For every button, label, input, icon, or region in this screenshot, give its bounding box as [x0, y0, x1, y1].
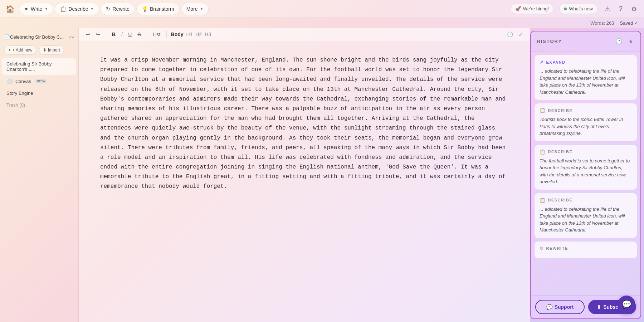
sidebar-doc-title: Celebrating Sir Bobby C... [10, 34, 69, 40]
describe-2-type-label: 📋 DESCRIBE [540, 149, 632, 155]
home-icon[interactable]: 🏠 [6, 5, 15, 13]
fullscreen-icon[interactable]: ⤢ [517, 31, 525, 38]
whats-new-button[interactable]: What's new [559, 4, 597, 14]
editor-tools-right: 🕐 ⤢ [506, 31, 525, 38]
write-button[interactable]: ✒ Write ▼ [19, 3, 53, 15]
toolbar-separator-3 [166, 31, 167, 38]
import-button[interactable]: ⬇ Import [39, 45, 64, 55]
folder-icon: 📄 [4, 34, 10, 40]
rewrite-icon: ↻ [106, 6, 110, 12]
sidebar-item-trash[interactable]: Trash (0) [2, 99, 76, 111]
sidebar-trash-label: Trash (0) [6, 102, 25, 108]
expand-type-label: ↗ EXPAND [540, 59, 632, 65]
chat-fab-button[interactable]: 💬 [618, 296, 635, 313]
word-count: Words: 263 [590, 20, 614, 26]
more-label: More [186, 6, 198, 12]
hiring-label: We're hiring! [523, 6, 549, 11]
help-icon[interactable]: ? [618, 4, 624, 14]
write-icon: ✒ [24, 6, 29, 12]
add-new-label: + Add new [12, 48, 32, 53]
body-label[interactable]: Body [171, 31, 184, 37]
toolbar-separator-2 [147, 31, 147, 38]
write-caret-icon: ▼ [44, 7, 48, 11]
sidebar-item-canvas[interactable]: ⬜ Canvas BETA [2, 75, 76, 87]
rewrite-type-label: ↻ REWRITE [540, 246, 632, 251]
green-dot-icon [564, 8, 567, 10]
sidebar-item-celebrating[interactable]: Celebrating Sir Bobby Charlton's L... [2, 58, 76, 75]
history-header-icons: 🕐 ★ [614, 36, 635, 46]
describe-label: Describe [68, 6, 88, 12]
sidebar-header: 📄 Celebrating Sir Bobby C... «» [0, 32, 78, 42]
whats-new-label: What's new [569, 6, 593, 11]
rewrite-button[interactable]: ↻ Rewrite [101, 3, 135, 15]
rewrite-label: Rewrite [112, 6, 129, 12]
hiring-button[interactable]: 🚀 We're hiring! [511, 4, 553, 14]
main-area: 📄 Celebrating Sir Bobby C... «» + + Add … [0, 28, 644, 322]
describe-button[interactable]: 📋 Describe ▼ [55, 3, 99, 15]
rewrite-icon: ↻ [540, 246, 544, 251]
describe-3-type-label: 📋 DESCRIBE [540, 197, 632, 203]
sidebar-actions: + + Add new ⬇ Import [0, 43, 78, 58]
subscribe-icon: ⬆ [597, 304, 601, 310]
saved-indicator: Saved ✓ [620, 20, 638, 26]
describe-2-icon: 📋 [540, 149, 546, 155]
describe-1-icon: 📋 [540, 108, 546, 113]
strikethrough-button[interactable]: S [136, 31, 142, 38]
sidebar-canvas-label: Canvas [15, 79, 31, 84]
editor-content[interactable]: It was a crisp November morning in Manch… [79, 41, 530, 322]
words-bar: Words: 263 Saved ✓ [0, 18, 644, 28]
beta-badge: BETA [35, 79, 47, 83]
brainstorm-icon: 💡 [142, 6, 148, 12]
describe-3-icon: 📋 [540, 197, 546, 203]
editor-toolbar: ↩ ↪ B i U S List Body H1 H2 H3 🕐 ⤢ [79, 28, 530, 41]
rocket-icon: 🚀 [515, 6, 521, 11]
sidebar-item-story-engine[interactable]: Story Engine [2, 88, 76, 99]
history-card-expand[interactable]: ↗ EXPAND ... edicated to celebrating the… [535, 55, 637, 100]
editor-text: It was a crisp November morning in Manch… [100, 57, 506, 190]
italic-button[interactable]: i [120, 31, 124, 38]
history-panel: HISTORY 🕐 ★ ↗ EXPAND ... edicated to cel… [530, 31, 641, 319]
bold-button[interactable]: B [111, 31, 117, 38]
settings-icon[interactable]: ⚙ [630, 4, 638, 14]
history-card-describe-2[interactable]: 📋 DESCRIBE The football world is set to … [535, 145, 637, 190]
support-label: Support [555, 304, 574, 310]
describe-2-card-text: The football world is set to come togeth… [540, 157, 632, 185]
history-card-describe-1[interactable]: 📋 DESCRIBE Tourists flock to the iconic … [535, 103, 637, 141]
alert-icon[interactable]: ⚠ [603, 4, 612, 14]
more-button[interactable]: More ▼ [181, 3, 209, 15]
saved-label: Saved ✓ [620, 20, 638, 26]
sidebar-collapse-icon[interactable]: «» [69, 35, 74, 40]
describe-3-card-text: ... edicated to celebrating the life of … [540, 206, 632, 234]
expand-icon: ↗ [540, 59, 544, 65]
describe-1-type-label: 📋 DESCRIBE [540, 108, 632, 113]
history-star-icon[interactable]: ★ [627, 36, 635, 46]
describe-1-card-text: Tourists flock to the iconic Eiffel Towe… [540, 116, 632, 137]
undo-button[interactable]: ↩ [84, 31, 92, 38]
add-new-button[interactable]: + + Add new [4, 45, 36, 55]
import-label: ⬇ Import [43, 48, 60, 53]
history-title: HISTORY [537, 39, 562, 44]
support-icon: 💬 [546, 304, 552, 310]
topbar-right: 🚀 We're hiring! What's new ⚠ ? ⚙ [511, 4, 638, 14]
list-button[interactable]: List [151, 31, 162, 38]
history-tool-icon[interactable]: 🕐 [506, 31, 514, 38]
history-items: ↗ EXPAND ... edicated to celebrating the… [531, 52, 640, 295]
sidebar-celebrating-label: Celebrating Sir Bobby Charlton's L... [6, 61, 72, 72]
chat-fab-icon: 💬 [622, 300, 631, 309]
toolbar-separator-1 [106, 31, 106, 38]
history-card-describe-3[interactable]: 📋 DESCRIBE ... edicated to celebrating t… [535, 193, 637, 238]
support-button[interactable]: 💬 Support [535, 300, 585, 314]
history-clock-icon[interactable]: 🕐 [614, 36, 624, 46]
h3-button[interactable]: H3 [205, 31, 211, 37]
h2-button[interactable]: H2 [195, 31, 202, 37]
redo-button[interactable]: ↪ [94, 31, 102, 38]
editor-area: ↩ ↪ B i U S List Body H1 H2 H3 🕐 ⤢ It wa… [79, 28, 530, 322]
write-label: Write [31, 6, 42, 12]
brainstorm-label: Brainstorm [150, 6, 174, 12]
history-header: HISTORY 🕐 ★ [531, 31, 640, 52]
history-card-rewrite[interactable]: ↻ REWRITE [535, 241, 637, 258]
brainstorm-button[interactable]: 💡 Brainstorm [136, 3, 180, 15]
sidebar-story-engine-label: Story Engine [6, 91, 33, 96]
h1-button[interactable]: H1 [186, 31, 193, 37]
underline-button[interactable]: U [127, 31, 133, 38]
